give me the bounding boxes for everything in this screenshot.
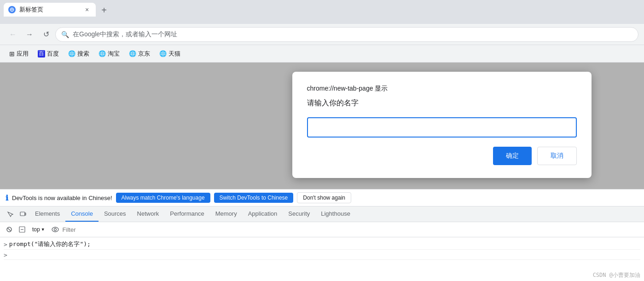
devtools-cursor-icon[interactable]: [4, 208, 17, 221]
console-bar: top ▼: [0, 222, 644, 237]
devtools-tabs: Elements Console Sources Network Perform…: [0, 206, 644, 222]
notification-text: DevTools is now available in Chinese!: [12, 195, 112, 201]
switch-to-chinese-button[interactable]: Switch DevTools to Chinese: [214, 193, 294, 203]
context-selector[interactable]: top ▼: [29, 225, 48, 234]
tab-close-button[interactable]: ×: [83, 6, 91, 14]
dialog-cancel-button[interactable]: 取消: [537, 147, 577, 165]
bookmark-label: 应用: [17, 50, 29, 58]
dialog-confirm-button[interactable]: 确定: [493, 147, 532, 165]
bookmarks-bar: ⊞ 应用 百 百度 🌐 搜索 🌐 淘宝 🌐 京东 🌐 天猫: [0, 45, 644, 63]
tab-bar: 新标签页 × +: [0, 0, 644, 17]
address-text: 在Google中搜索，或者输入一个网址: [73, 30, 177, 39]
bookmark-baidu[interactable]: 百 百度: [34, 48, 63, 60]
bookmark-search[interactable]: 🌐 搜索: [64, 48, 93, 60]
baidu-icon: 百: [38, 50, 45, 57]
svg-rect-3: [20, 212, 25, 216]
dialog-buttons: 确定 取消: [307, 147, 577, 165]
dont-show-again-button[interactable]: Don't show again: [297, 192, 351, 203]
address-bar[interactable]: 🔍 在Google中搜索，或者输入一个网址: [55, 27, 638, 42]
devtools-device-icon[interactable]: [17, 208, 29, 221]
apps-icon: ⊞: [9, 50, 15, 57]
search-icon: 🔍: [61, 31, 69, 38]
always-match-button[interactable]: Always match Chrome's language: [116, 193, 210, 203]
back-button[interactable]: ←: [6, 27, 20, 42]
tmall-globe-icon: 🌐: [159, 50, 167, 57]
console-line: > prompt("请输入你的名字");: [4, 239, 640, 250]
toolbar: ← → ↺ 🔍 在Google中搜索，或者输入一个网址: [0, 24, 644, 45]
dialog-message: 请输入你的名字: [307, 98, 577, 108]
console-code: prompt("请输入你的名字");: [9, 240, 91, 248]
browser-chrome: 新标签页 × +: [0, 0, 644, 24]
tab-network[interactable]: Network: [132, 206, 165, 222]
dialog-input[interactable]: [307, 117, 577, 138]
console-eye-button[interactable]: [50, 224, 61, 235]
tab-sources[interactable]: Sources: [99, 206, 132, 222]
bookmark-apps[interactable]: ⊞ 应用: [6, 48, 32, 60]
watermark: CSDN @小曹要加油: [593, 271, 640, 279]
taobao-globe-icon: 🌐: [99, 50, 106, 57]
console-cursor-line: >: [4, 250, 640, 260]
svg-point-10: [54, 229, 56, 231]
bookmark-label: 天猫: [168, 50, 180, 58]
forward-icon: →: [26, 30, 33, 39]
context-label: top: [32, 226, 40, 233]
tab-security[interactable]: Security: [283, 206, 315, 222]
tab-lighthouse[interactable]: Lighthouse: [315, 206, 356, 222]
tab-console[interactable]: Console: [65, 206, 99, 222]
bookmark-label: 淘宝: [108, 50, 120, 58]
back-icon: ←: [9, 30, 17, 39]
main-content: chrome://new-tab-page 显示 请输入你的名字 确定 取消: [0, 63, 644, 189]
tab-application[interactable]: Application: [243, 206, 283, 222]
active-tab[interactable]: 新标签页 ×: [4, 3, 96, 17]
console-input-arrow: >: [4, 241, 7, 248]
devtools-panel: ℹ DevTools is now available in Chinese! …: [0, 189, 644, 281]
tab-title: 新标签页: [19, 6, 79, 14]
dialog-box: chrome://new-tab-page 显示 请输入你的名字 确定 取消: [292, 72, 592, 178]
svg-point-9: [52, 227, 58, 232]
console-content: > prompt("请输入你的名字"); > CSDN @小曹要加油: [0, 237, 644, 281]
console-filter-toggle[interactable]: [17, 224, 28, 235]
filter-input[interactable]: [63, 226, 640, 233]
browser-window: 新标签页 × + ← → ↺ 🔍 在Google中搜索，或者输入一个网址 ⊞ 应…: [0, 0, 644, 281]
jd-globe-icon: 🌐: [129, 50, 136, 57]
content-area: chrome://new-tab-page 显示 请输入你的名字 确定 取消 ℹ…: [0, 63, 644, 281]
info-icon: ℹ: [6, 194, 8, 202]
search-globe-icon: 🌐: [68, 50, 75, 57]
console-clear-button[interactable]: [4, 224, 15, 235]
bookmark-jd[interactable]: 🌐 京东: [125, 48, 154, 60]
bookmark-label: 百度: [47, 50, 59, 58]
dialog-origin: chrome://new-tab-page 显示: [307, 85, 577, 93]
bookmark-label: 京东: [138, 50, 150, 58]
reload-icon: ↺: [43, 30, 49, 39]
bookmark-label: 搜索: [77, 50, 89, 58]
tab-elements[interactable]: Elements: [29, 206, 65, 222]
new-tab-button[interactable]: +: [98, 4, 110, 17]
forward-button[interactable]: →: [22, 27, 37, 42]
reload-button[interactable]: ↺: [39, 27, 53, 42]
tab-performance[interactable]: Performance: [164, 206, 209, 222]
tab-memory[interactable]: Memory: [210, 206, 243, 222]
bookmark-taobao[interactable]: 🌐 淘宝: [95, 48, 123, 60]
chevron-down-icon: ▼: [41, 227, 45, 232]
bookmark-tmall[interactable]: 🌐 天猫: [156, 48, 184, 60]
console-cursor: >: [4, 251, 7, 258]
svg-line-6: [8, 228, 11, 231]
tab-favicon: [8, 6, 16, 13]
svg-rect-4: [25, 213, 26, 215]
devtools-notification: ℹ DevTools is now available in Chinese! …: [0, 189, 644, 206]
